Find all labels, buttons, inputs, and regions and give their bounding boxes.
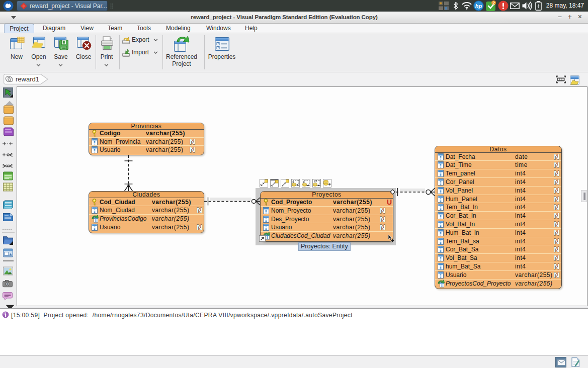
svg-text:2: 2 [492,1,495,6]
svg-text:reward1: reward1 [16,75,39,83]
svg-text:hp: hp [475,3,482,9]
